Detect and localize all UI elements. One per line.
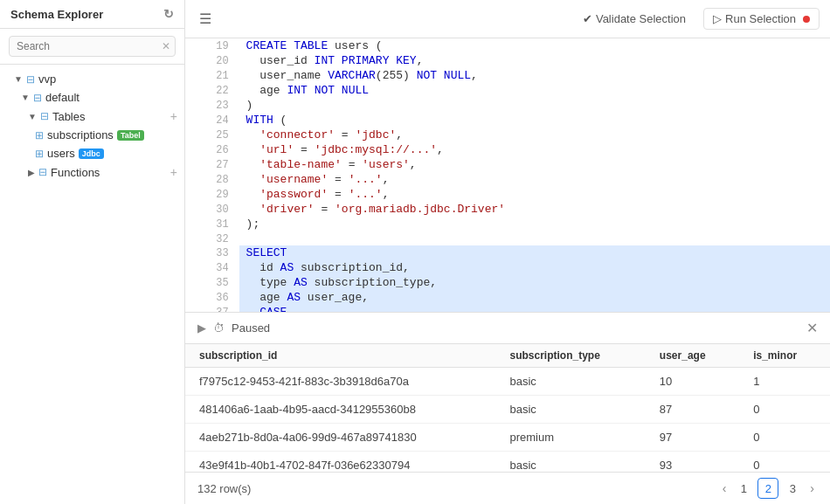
line-number: 27 (185, 157, 239, 172)
play-icon: ▶ (197, 321, 206, 335)
validate-label: Validate Selection (596, 12, 686, 25)
tree-label-vvp: vvp (38, 72, 56, 86)
page-2-button[interactable]: 2 (757, 478, 778, 499)
tables-group-icon: ⊟ (40, 110, 49, 122)
database-icon: ⊟ (26, 73, 35, 86)
sql-editor[interactable]: 19CREATE TABLE users (20 user_id INT PRI… (185, 38, 830, 312)
timer-icon: ⏱ (213, 321, 225, 335)
tree-item-subscriptions[interactable]: ⊞ subscriptions Tabel (0, 126, 184, 144)
table-cell: 43e9f41b-40b1-4702-847f-036e62330794 (185, 452, 495, 473)
tree-item-functions[interactable]: ▶ ⊟ Functions + (0, 162, 184, 182)
line-code: age AS user_age, (239, 290, 830, 305)
line-code: user_name VARCHAR(255) NOT NULL, (239, 68, 830, 83)
table-cell: basic (495, 396, 645, 424)
line-code: 'url' = 'jdbc:mysql://...', (239, 142, 830, 157)
tree-item-default[interactable]: ▼ ⊟ default (0, 88, 184, 107)
tree-item-users[interactable]: ⊞ users Jdbc (0, 144, 184, 162)
table-cell: basic (495, 368, 645, 396)
table-row: 481406a6-1aab-4b95-aacd-3412955360b8basi… (185, 396, 830, 424)
line-code: SELECT (239, 245, 830, 260)
line-number: 30 (185, 202, 239, 217)
validate-selection-button[interactable]: ✔ Validate Selection (576, 9, 693, 29)
search-clear-icon[interactable]: ✕ (162, 40, 170, 52)
table-row: 4aeb271b-8d0a-4a06-99d9-467a89741830prem… (185, 424, 830, 452)
line-number: 28 (185, 172, 239, 187)
column-header: subscription_id (185, 344, 495, 368)
column-header: user_age (646, 344, 739, 368)
line-code: 'password' = '...', (239, 187, 830, 202)
run-icon: ▷ (713, 12, 722, 25)
line-code: 'table-name' = 'users', (239, 157, 830, 172)
next-page-button[interactable]: › (806, 480, 818, 497)
toolbar: ☰ ✔ Validate Selection ▷ Run Selection (185, 0, 830, 38)
line-code: 'connector' = 'jdbc', (239, 128, 830, 142)
line-code: CREATE TABLE users ( (239, 38, 830, 53)
search-box: ✕ (0, 29, 184, 65)
line-code: CASE (239, 305, 830, 312)
users-badge: Jdbc (79, 148, 104, 159)
table-row: f7975c12-9453-421f-883c-3b3918d6a70abasi… (185, 368, 830, 396)
results-table: subscription_idsubscription_typeuser_age… (185, 344, 830, 472)
close-results-button[interactable]: ✕ (806, 320, 818, 336)
table-row: 43e9f41b-40b1-4702-847f-036e62330794basi… (185, 452, 830, 473)
results-header: ▶ ⏱ Paused ✕ (185, 313, 830, 344)
run-selection-button[interactable]: ▷ Run Selection (703, 8, 820, 30)
column-header: subscription_type (495, 344, 645, 368)
line-number: 22 (185, 83, 239, 98)
tree-label-default: default (45, 91, 80, 104)
table-cell: 481406a6-1aab-4b95-aacd-3412955360b8 (185, 396, 495, 424)
toolbar-left: ☰ (196, 7, 215, 31)
line-number: 29 (185, 187, 239, 202)
refresh-icon[interactable]: ↻ (163, 7, 174, 21)
line-number: 24 (185, 113, 239, 128)
tree-item-tables[interactable]: ▼ ⊟ Tables + (0, 107, 184, 126)
table-cell: f7975c12-9453-421f-883c-3b3918d6a70a (185, 368, 495, 396)
menu-icon[interactable]: ☰ (196, 7, 215, 31)
table-cell: 0 (739, 424, 830, 452)
line-number: 36 (185, 290, 239, 305)
code-lines: 19CREATE TABLE users (20 user_id INT PRI… (185, 38, 830, 312)
tree-item-vvp[interactable]: ▼ ⊟ vvp (0, 70, 184, 88)
table-icon: ⊞ (35, 148, 44, 160)
subscriptions-badge: Tabel (117, 130, 144, 141)
page-1-button[interactable]: 1 (733, 478, 754, 499)
line-code: type AS subscription_type, (239, 275, 830, 290)
line-number: 35 (185, 275, 239, 290)
run-status-indicator (803, 16, 810, 23)
chevron-down-icon: ▼ (21, 93, 30, 102)
pagination: ‹ 1 2 3 › (719, 478, 818, 499)
line-code: 'driver' = 'org.mariadb.jdbc.Driver' (239, 202, 830, 217)
line-number: 20 (185, 53, 239, 68)
table-cell: 93 (646, 452, 739, 473)
schema-tree: ▼ ⊟ vvp ▼ ⊟ default ▼ ⊟ Tables + ⊞ subsc… (0, 65, 184, 504)
chevron-right-icon: ▶ (28, 168, 35, 177)
add-function-icon[interactable]: + (170, 165, 177, 179)
results-footer: 132 row(s) ‹ 1 2 3 › (185, 472, 830, 504)
prev-page-button[interactable]: ‹ (719, 480, 730, 497)
line-code (239, 231, 830, 245)
line-number: 37 (185, 305, 239, 312)
search-input[interactable] (9, 36, 176, 57)
line-number: 34 (185, 260, 239, 275)
sidebar-header: Schema Explorer ↻ (0, 0, 184, 29)
tree-label-subscriptions: subscriptions (47, 128, 114, 142)
paused-status: Paused (232, 321, 270, 335)
sidebar-title: Schema Explorer (10, 8, 103, 21)
line-code: ) (239, 98, 830, 113)
add-table-icon[interactable]: + (170, 109, 177, 123)
table-cell: 87 (646, 396, 739, 424)
table-cell: basic (495, 452, 645, 473)
table-icon: ⊞ (35, 129, 44, 142)
toolbar-right: ✔ Validate Selection ▷ Run Selection (576, 8, 820, 30)
table-cell: 0 (739, 452, 830, 473)
page-3-button[interactable]: 3 (782, 478, 803, 499)
line-number: 25 (185, 128, 239, 142)
line-number: 26 (185, 142, 239, 157)
table-cell: 0 (739, 396, 830, 424)
table-cell: 1 (739, 368, 830, 396)
line-code: age INT NOT NULL (239, 83, 830, 98)
column-header: is_minor (739, 344, 830, 368)
schema-explorer-sidebar: Schema Explorer ↻ ✕ ▼ ⊟ vvp ▼ ⊟ default … (0, 0, 185, 504)
line-number: 31 (185, 217, 239, 231)
schema-icon: ⊟ (33, 92, 42, 104)
